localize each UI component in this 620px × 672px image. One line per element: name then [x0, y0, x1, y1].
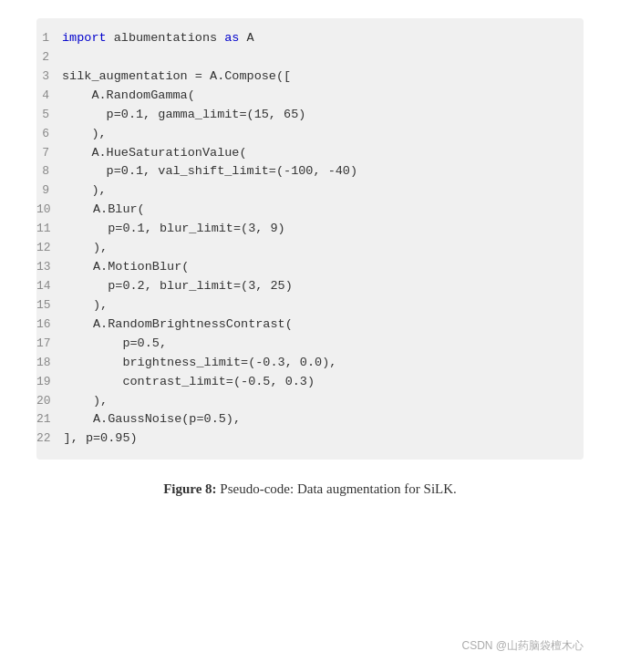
code-text-6: ),: [62, 125, 107, 144]
line-num-3: 3: [36, 67, 62, 86]
code-text-20: ),: [64, 392, 108, 411]
code-text-14: p=0.2, blur_limit=(3, 25): [64, 277, 293, 296]
code-line-22: 22 ], p=0.95): [36, 429, 584, 449]
code-text-3: silk_augmentation = A.Compose([: [62, 67, 291, 87]
code-text-5: p=0.1, gamma_limit=(15, 65): [62, 106, 305, 125]
code-text-2: [62, 48, 69, 67]
code-text-22: ], p=0.95): [64, 429, 138, 449]
code-text-8: p=0.1, val_shift_limit=(-100, -40): [62, 162, 357, 181]
code-line-9: 9 ),: [36, 181, 584, 201]
code-line-20: 20 ),: [36, 392, 584, 411]
code-text-13: A.MotionBlur(: [64, 258, 190, 277]
code-line-12: 12 ),: [36, 239, 584, 258]
line-num-1: 1: [36, 29, 62, 47]
code-text-9: ),: [62, 181, 107, 201]
code-line-2: 2: [36, 48, 584, 67]
code-line-7: 7 A.HueSaturationValue(: [36, 144, 584, 163]
code-line-21: 21 A.GaussNoise(p=0.5),: [36, 410, 584, 429]
code-text-16: A.RandomBrightnessContrast(: [64, 315, 293, 335]
figure-text: Pseudo-code: Data augmentation for SiLK.: [217, 481, 457, 496]
figure-label: Figure 8:: [163, 481, 216, 496]
code-text-17: p=0.5,: [64, 335, 167, 354]
code-line-4: 4 A.RandomGamma(: [36, 87, 584, 106]
code-text-11: p=0.1, blur_limit=(3, 9): [64, 220, 285, 239]
code-line-18: 18 brightness_limit=(-0.3, 0.0),: [36, 354, 584, 373]
line-num-14: 14: [36, 277, 64, 295]
line-num-22: 22: [36, 429, 64, 448]
line-num-2: 2: [36, 48, 62, 67]
code-line-15: 15 ),: [36, 296, 584, 315]
code-line-11: 11 p=0.1, blur_limit=(3, 9): [36, 220, 584, 239]
line-num-10: 10: [36, 201, 64, 219]
code-text-18: brightness_limit=(-0.3, 0.0),: [64, 354, 337, 373]
line-num-6: 6: [36, 125, 62, 143]
code-text-4: A.RandomGamma(: [62, 87, 195, 106]
line-num-21: 21: [36, 410, 64, 429]
code-text-19: contrast_limit=(-0.5, 0.3): [64, 373, 315, 392]
line-num-11: 11: [36, 220, 64, 238]
line-num-13: 13: [36, 258, 64, 276]
code-line-5: 5 p=0.1, gamma_limit=(15, 65): [36, 106, 584, 125]
code-line-16: 16 A.RandomBrightnessContrast(: [36, 315, 584, 335]
code-line-13: 13 A.MotionBlur(: [36, 258, 584, 277]
line-num-7: 7: [36, 144, 62, 162]
line-num-19: 19: [36, 373, 64, 391]
line-num-17: 17: [36, 335, 64, 353]
code-line-14: 14 p=0.2, blur_limit=(3, 25): [36, 277, 584, 296]
code-text-12: ),: [64, 239, 108, 258]
watermark: CSDN @山药脑袋檀木心: [36, 629, 584, 654]
line-num-15: 15: [36, 296, 64, 315]
line-num-8: 8: [36, 162, 62, 181]
code-line-3: 3 silk_augmentation = A.Compose([: [36, 67, 584, 87]
code-text-15: ),: [64, 296, 108, 315]
code-line-1: 1 import albumentations as A: [36, 29, 584, 48]
code-line-6: 6 ),: [36, 125, 584, 144]
code-line-8: 8 p=0.1, val_shift_limit=(-100, -40): [36, 162, 584, 181]
line-num-18: 18: [36, 354, 64, 372]
line-num-5: 5: [36, 106, 62, 124]
code-line-10: 10 A.Blur(: [36, 201, 584, 220]
code-block: 1 import albumentations as A 2 3 silk_au…: [36, 18, 584, 460]
line-num-9: 9: [36, 181, 62, 200]
line-num-4: 4: [36, 87, 62, 105]
code-text-1: import albumentations as A: [62, 29, 254, 48]
line-num-12: 12: [36, 239, 64, 257]
code-text-21: A.GaussNoise(p=0.5),: [64, 410, 241, 429]
code-text-7: A.HueSaturationValue(: [62, 144, 247, 163]
figure-caption: Figure 8: Pseudo-code: Data augmentation…: [163, 481, 457, 497]
code-text-10: A.Blur(: [64, 201, 145, 220]
line-num-16: 16: [36, 315, 64, 334]
code-line-19: 19 contrast_limit=(-0.5, 0.3): [36, 373, 584, 392]
code-line-17: 17 p=0.5,: [36, 335, 584, 354]
line-num-20: 20: [36, 392, 64, 410]
